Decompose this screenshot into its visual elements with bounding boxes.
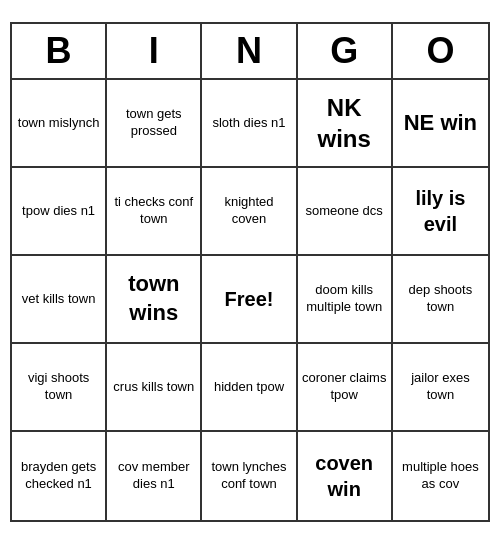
bingo-cell-14: dep shoots town [393,256,488,344]
bingo-card: BINGO town mislynchtown gets prossedslot… [10,22,490,522]
bingo-letter-g: G [298,24,393,80]
bingo-cell-23: coven win [298,432,393,520]
bingo-cell-11: town wins [107,256,202,344]
bingo-letter-o: O [393,24,488,80]
bingo-cell-10: vet kills town [12,256,107,344]
bingo-cell-2: sloth dies n1 [202,80,297,168]
bingo-cell-21: cov member dies n1 [107,432,202,520]
bingo-header: BINGO [12,24,488,80]
bingo-cell-6: ti checks conf town [107,168,202,256]
bingo-cell-12: Free! [202,256,297,344]
bingo-cell-5: tpow dies n1 [12,168,107,256]
bingo-cell-24: multiple hoes as cov [393,432,488,520]
bingo-cell-13: doom kills multiple town [298,256,393,344]
bingo-cell-22: town lynches conf town [202,432,297,520]
bingo-cell-20: brayden gets checked n1 [12,432,107,520]
bingo-cell-4: NE win [393,80,488,168]
bingo-letter-i: I [107,24,202,80]
bingo-cell-18: coroner claims tpow [298,344,393,432]
bingo-cell-3: NK wins [298,80,393,168]
bingo-cell-8: someone dcs [298,168,393,256]
bingo-cell-16: crus kills town [107,344,202,432]
bingo-cell-17: hidden tpow [202,344,297,432]
bingo-cell-19: jailor exes town [393,344,488,432]
bingo-cell-15: vigi shoots town [12,344,107,432]
bingo-cell-9: lily is evil [393,168,488,256]
bingo-letter-b: B [12,24,107,80]
bingo-cell-7: knighted coven [202,168,297,256]
bingo-grid: town mislynchtown gets prossedsloth dies… [12,80,488,520]
bingo-cell-1: town gets prossed [107,80,202,168]
bingo-letter-n: N [202,24,297,80]
bingo-cell-0: town mislynch [12,80,107,168]
